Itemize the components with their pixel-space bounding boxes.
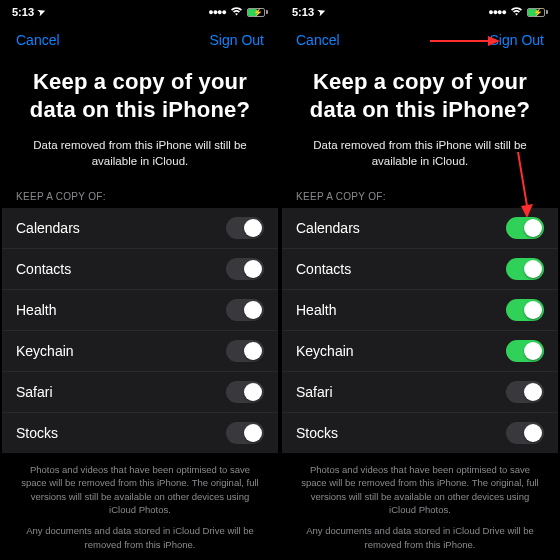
wifi-icon bbox=[230, 6, 243, 18]
toggle-safari[interactable] bbox=[226, 381, 264, 403]
toggle-keychain[interactable] bbox=[506, 340, 544, 362]
battery-icon: ⚡ bbox=[247, 8, 268, 17]
list-item: Health bbox=[282, 290, 558, 331]
footnote-drive: Any documents and data stored in iCloud … bbox=[2, 516, 278, 551]
page-subtitle: Data removed from this iPhone will still… bbox=[2, 137, 278, 187]
list-item: Keychain bbox=[282, 331, 558, 372]
toggle-stocks[interactable] bbox=[226, 422, 264, 444]
list-item: Stocks bbox=[2, 413, 278, 453]
row-label: Stocks bbox=[16, 425, 58, 441]
row-label: Calendars bbox=[16, 220, 80, 236]
status-time: 5:13 bbox=[292, 6, 314, 18]
toggle-safari[interactable] bbox=[506, 381, 544, 403]
battery-icon: ⚡ bbox=[527, 8, 548, 17]
page-title: Keep a copy of your data on this iPhone? bbox=[2, 58, 278, 137]
list-item: Calendars bbox=[2, 208, 278, 249]
page-title: Keep a copy of your data on this iPhone? bbox=[282, 58, 558, 137]
nav-bar: Cancel Sign Out bbox=[2, 22, 278, 58]
footnote-drive: Any documents and data stored in iCloud … bbox=[282, 516, 558, 551]
list-item: Calendars bbox=[282, 208, 558, 249]
section-header: KEEP A COPY OF: bbox=[282, 187, 558, 208]
section-header: KEEP A COPY OF: bbox=[2, 187, 278, 208]
wifi-icon bbox=[510, 6, 523, 18]
row-label: Contacts bbox=[16, 261, 71, 277]
nav-bar: Cancel Sign Out bbox=[282, 22, 558, 58]
toggle-keychain[interactable] bbox=[226, 340, 264, 362]
sign-out-button[interactable]: Sign Out bbox=[210, 32, 264, 48]
status-time: 5:13 bbox=[12, 6, 34, 18]
cancel-button[interactable]: Cancel bbox=[16, 32, 60, 48]
list-item: Safari bbox=[282, 372, 558, 413]
toggle-stocks[interactable] bbox=[506, 422, 544, 444]
row-label: Stocks bbox=[296, 425, 338, 441]
signal-icon: ●●●● bbox=[488, 7, 506, 17]
toggle-contacts[interactable] bbox=[506, 258, 544, 280]
signal-icon: ●●●● bbox=[208, 7, 226, 17]
status-bar: 5:13 ➤ ●●●● ⚡ bbox=[2, 2, 278, 22]
location-icon: ➤ bbox=[317, 6, 328, 18]
list-item: Safari bbox=[2, 372, 278, 413]
list-item: Contacts bbox=[282, 249, 558, 290]
toggle-calendars[interactable] bbox=[226, 217, 264, 239]
row-label: Safari bbox=[296, 384, 333, 400]
row-label: Calendars bbox=[296, 220, 360, 236]
row-label: Keychain bbox=[16, 343, 74, 359]
toggle-calendars[interactable] bbox=[506, 217, 544, 239]
row-label: Contacts bbox=[296, 261, 351, 277]
screenshot-left: 5:13 ➤ ●●●● ⚡ Cancel Sign Out Keep a cop… bbox=[2, 2, 278, 558]
footnote-photos: Photos and videos that have been optimis… bbox=[282, 453, 558, 516]
cancel-button[interactable]: Cancel bbox=[296, 32, 340, 48]
page-subtitle: Data removed from this iPhone will still… bbox=[282, 137, 558, 187]
list-item: Contacts bbox=[2, 249, 278, 290]
location-icon: ➤ bbox=[37, 6, 48, 18]
list-item: Keychain bbox=[2, 331, 278, 372]
sign-out-button[interactable]: Sign Out bbox=[490, 32, 544, 48]
row-label: Health bbox=[296, 302, 336, 318]
screenshot-right: 5:13 ➤ ●●●● ⚡ Cancel Sign Out Keep a cop… bbox=[282, 2, 558, 558]
options-list: Calendars Contacts Health Keychain Safar… bbox=[282, 208, 558, 453]
row-label: Keychain bbox=[296, 343, 354, 359]
options-list: Calendars Contacts Health Keychain Safar… bbox=[2, 208, 278, 453]
toggle-health[interactable] bbox=[226, 299, 264, 321]
list-item: Stocks bbox=[282, 413, 558, 453]
footnote-photos: Photos and videos that have been optimis… bbox=[2, 453, 278, 516]
row-label: Health bbox=[16, 302, 56, 318]
status-bar: 5:13 ➤ ●●●● ⚡ bbox=[282, 2, 558, 22]
list-item: Health bbox=[2, 290, 278, 331]
toggle-contacts[interactable] bbox=[226, 258, 264, 280]
toggle-health[interactable] bbox=[506, 299, 544, 321]
row-label: Safari bbox=[16, 384, 53, 400]
